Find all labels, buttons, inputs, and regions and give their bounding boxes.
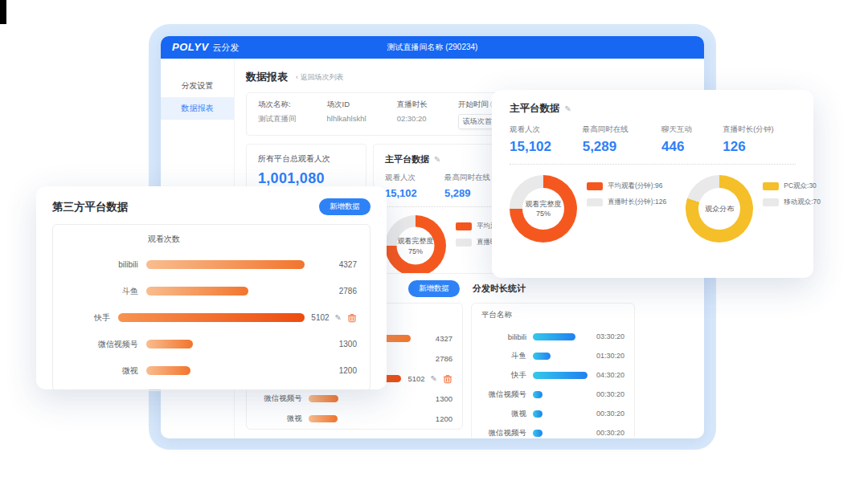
bar-row-微信视频号: 微信视频号1300 [256,389,452,409]
delete-icon[interactable] [443,374,452,384]
third-party-chart-panel: 观看次数bilibili4327斗鱼2786快手5102✎微信视频号1300微视… [52,224,371,391]
duration-row-微信视频号: 微信视频号00:30:20 [481,385,624,404]
stat-value: 15,102 [510,139,583,155]
info-field-label: 场次名称: [258,100,297,110]
stat-label: 观看人次 [385,173,444,183]
bar-track [118,313,305,322]
dotted-divider [510,164,796,165]
bar-row-快手: 快手5102✎ [66,304,357,331]
duration-bar-track [533,410,588,418]
info-field: 直播时长02:30:20 [397,100,428,130]
delete-icon[interactable] [347,313,357,323]
duration-label: 斗鱼 [481,351,526,361]
duration-row-微视: 微视00:30:20 [481,404,624,423]
screen-edge-artifact [0,0,6,24]
bar-value: 2786 [436,354,452,363]
legend-label: 直播时长(分钟):126 [608,198,666,207]
duration-bar-track [533,430,588,437]
main-platform-title: 主平台数据 [385,153,429,165]
legend-swatch [587,198,603,206]
duration-bar [533,353,551,360]
duration-bar-track [533,372,588,379]
donut-center-label: 观众分布 [698,188,740,230]
edit-icon[interactable]: ✎ [335,313,342,322]
sidebar-item-分发设置[interactable]: 分发设置 [161,75,234,97]
stat-label: 直播时长(分钟) [723,124,796,135]
views-chart-floating: 观看次数bilibili4327斗鱼2786快手5102✎微信视频号1300微视… [66,234,357,384]
stat-观看人次: 观看人次15,102 [510,124,583,155]
bar-track [146,340,333,349]
sidebar-item-数据报表[interactable]: 数据报表 [161,97,234,120]
duration-value: 00:30:20 [596,410,624,418]
duration-column-header: 平台名称 [481,310,624,320]
bar-track [146,287,333,296]
stat-label: 观看人次 [510,124,583,135]
donut-center-line2: 75% [408,246,423,255]
stat-label: 最高同时在线 [583,124,661,135]
bar-value: 1200 [436,414,452,423]
edit-icon[interactable]: ✎ [434,155,440,164]
donut-center-line1: 观看完整度 [398,236,434,246]
bar-track [309,415,429,422]
stat-value: 126 [723,139,796,155]
views-bar [146,340,193,349]
duration-bar [533,410,542,418]
bar-row-微信视频号: 微信视频号1300 [66,331,357,357]
main-platform-title: 主平台数据 [510,102,560,116]
bar-row-bilibili: bilibili4327 [66,251,357,278]
bar-row-微视: 微视1200 [256,409,452,429]
total-views-value: 1,001,080 [258,170,354,187]
bar-value: 5102 [311,313,329,322]
duration-bar-track [533,391,588,398]
bar-track [309,395,429,402]
back-link[interactable]: ‹ 返回场次列表 [296,72,344,83]
legend-swatch [763,198,779,206]
window-title: 测试直播间名称 (290234) [161,42,704,53]
edit-icon[interactable]: ✎ [431,374,437,383]
completeness-donut: 观看完整度75% [385,215,446,274]
back-chevron-icon: ‹ [296,73,298,81]
views-bar [118,313,305,322]
bar-label: 快手 [66,312,110,324]
edit-icon[interactable]: ✎ [565,104,571,113]
page-title: 数据报表 [246,70,288,84]
bar-label: 微视 [66,365,138,377]
completeness-legend: 平均观看(分钟):96直播时长(分钟):126 [587,175,666,214]
row-icons: ✎ [431,374,452,384]
info-field-value: 02:30:20 [397,114,428,123]
legend-item: 直播时长(分钟):126 [587,198,666,207]
row-icons: ✎ [335,313,357,323]
duration-row-bilibili: bilibili03:30:20 [481,327,624,346]
main-platform-stats-floating: 观看人次15,102最高同时在线5,289聊天互动446直播时长(分钟)126 [510,124,796,155]
bar-track [146,260,333,269]
bar-track [146,366,333,375]
main-platform-floating-title-row: 主平台数据 ✎ [510,102,796,116]
bar-value: 1300 [436,394,452,403]
add-data-button[interactable]: 新增数据 [408,280,460,297]
duration-label: 微信视频号 [481,389,526,400]
back-link-label: 返回场次列表 [301,73,344,81]
legend-label: 移动观众:70 [784,198,821,207]
bar-label: 微信视频号 [66,339,138,350]
bar-row-斗鱼: 斗鱼2786 [66,278,357,304]
views-bar [146,287,249,296]
stat-最高同时在线: 最高同时在线5,289 [583,124,661,155]
bar-value: 1300 [339,340,357,349]
legend-item: PC观众:30 [763,181,821,191]
views-bar [309,415,338,422]
legend-swatch [587,182,603,190]
donut-charts-floating: 观看完整度75%平均观看(分钟):96直播时长(分钟):126观众分布PC观众:… [510,175,796,243]
third-party-card-floating: 第三方平台数据 新增数据 观看次数bilibili4327斗鱼2786快手510… [36,186,387,389]
bar-label: 微视 [256,414,302,424]
info-field-label: 场次ID [327,100,366,110]
bar-label: 斗鱼 [66,286,138,297]
stat-观看人次: 观看人次15,102 [385,173,444,199]
legend-label: 平均观看(分钟):96 [608,181,662,191]
stat-value: 446 [661,139,723,155]
legend-swatch [763,182,779,190]
bar-label: bilibili [66,260,138,269]
app-header: POLYV 云分发 测试直播间名称 (290234) [161,36,704,59]
add-data-button-floating[interactable]: 新增数据 [319,198,371,215]
stat-聊天互动: 聊天互动446 [661,124,723,155]
bar-row-微视: 微视1200 [66,357,357,384]
